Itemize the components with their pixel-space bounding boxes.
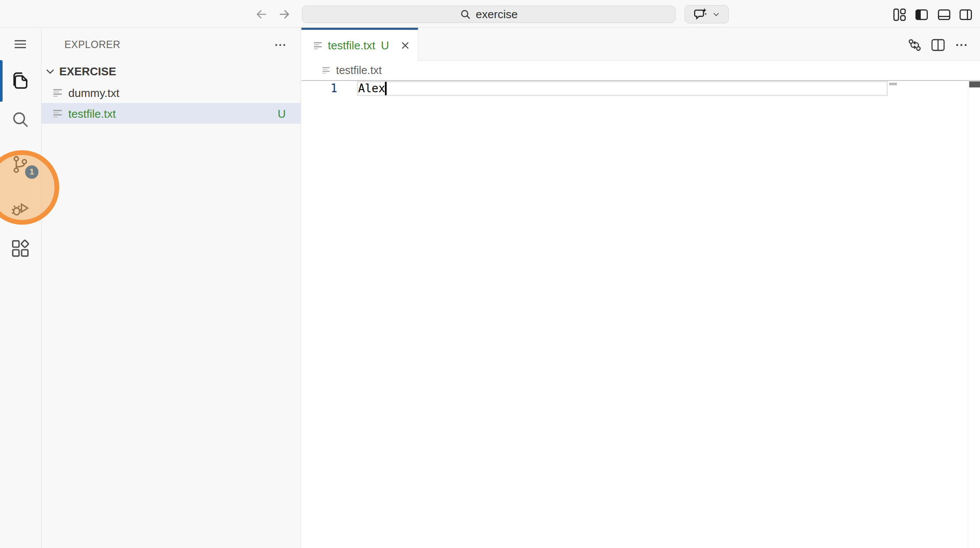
toggle-primary-sidebar-button[interactable] — [914, 7, 929, 23]
folder-section-label: EXERCISE — [59, 65, 116, 78]
explorer-sidebar: EXPLORER EXERCISE — [42, 28, 301, 548]
folder-section-exercise[interactable]: EXERCISE — [42, 61, 301, 82]
explorer-header: EXPLORER — [42, 28, 301, 61]
editor-more-actions-button[interactable] — [953, 36, 970, 54]
activity-item-run-debug[interactable] — [0, 193, 41, 224]
file-name: dummy.txt — [68, 87, 119, 100]
text-cursor — [385, 82, 387, 95]
tab-close-button[interactable] — [397, 38, 413, 53]
tab-bar: testfile.txt U — [301, 28, 980, 61]
split-editor-button[interactable] — [929, 36, 947, 54]
title-bar: exercise — [0, 0, 980, 28]
files-icon — [10, 71, 30, 90]
arrow-left-icon — [254, 7, 268, 21]
tab-testfile[interactable]: testfile.txt U — [301, 28, 418, 61]
breadcrumb-file-label: testfile.txt — [336, 64, 382, 77]
tab-git-badge: U — [381, 39, 389, 52]
debug-icon — [11, 199, 30, 218]
activity-bar: 1 — [0, 28, 42, 548]
overview-ruler[interactable] — [968, 81, 980, 548]
menu-button[interactable] — [0, 29, 41, 60]
command-center-query: exercise — [476, 8, 518, 21]
explorer-more-actions-button[interactable] — [271, 36, 290, 54]
toggle-secondary-sidebar-button[interactable] — [958, 7, 974, 23]
navigate-back-button[interactable] — [253, 7, 269, 22]
layout-panel-icon — [937, 8, 951, 22]
line-number: 1 — [301, 81, 337, 96]
close-icon — [399, 39, 411, 52]
txt-file-icon — [321, 65, 331, 75]
copilot-chat-button[interactable] — [685, 5, 729, 23]
tab-label: testfile.txt — [328, 39, 375, 52]
ellipsis-icon — [954, 38, 969, 52]
minimap[interactable] — [888, 81, 968, 211]
git-status-badge: U — [278, 107, 286, 121]
layout-customize-icon — [893, 8, 906, 22]
file-name: testfile.txt — [68, 107, 116, 121]
activity-item-search[interactable] — [0, 104, 41, 135]
arrow-right-icon — [278, 7, 291, 21]
customize-layout-button[interactable] — [892, 7, 907, 23]
source-control-badge: 1 — [25, 165, 38, 179]
file-row-dummy[interactable]: dummy.txt — [42, 82, 301, 103]
navigate-forward-button[interactable] — [277, 7, 292, 22]
command-center-search[interactable]: exercise — [302, 6, 676, 23]
overview-ruler-cursor-mark — [969, 81, 980, 87]
vscode-window: exercise — [0, 0, 980, 548]
minimap-line-mark — [889, 83, 897, 85]
current-line-highlight — [357, 81, 888, 96]
editor-content[interactable]: 1 Alex — [301, 81, 980, 548]
ellipsis-icon — [273, 38, 287, 52]
copilot-chat-icon — [693, 7, 707, 21]
split-editor-icon — [930, 37, 946, 53]
explorer-title: EXPLORER — [64, 39, 120, 51]
open-changes-button[interactable] — [906, 36, 923, 54]
search-icon — [460, 9, 471, 20]
code-line-text: Alex — [358, 81, 385, 96]
chevron-down-icon — [712, 10, 721, 19]
breadcrumb[interactable]: testfile.txt — [301, 61, 980, 80]
activity-item-extensions[interactable] — [0, 233, 41, 264]
hamburger-menu-icon — [12, 36, 29, 52]
activity-item-explorer[interactable] — [0, 65, 41, 96]
extensions-icon — [11, 239, 30, 258]
layout-sidebar-right-icon — [959, 8, 973, 22]
txt-file-icon — [313, 40, 323, 51]
txt-file-icon — [52, 87, 63, 98]
editor-group: testfile.txt U — [301, 28, 980, 548]
txt-file-icon — [52, 108, 63, 119]
file-row-testfile[interactable]: testfile.txt U — [42, 103, 301, 124]
compare-changes-icon — [907, 37, 922, 53]
search-icon — [11, 110, 30, 129]
toggle-panel-button[interactable] — [936, 7, 952, 23]
chevron-down-icon — [44, 65, 56, 77]
layout-sidebar-left-icon — [915, 8, 929, 22]
